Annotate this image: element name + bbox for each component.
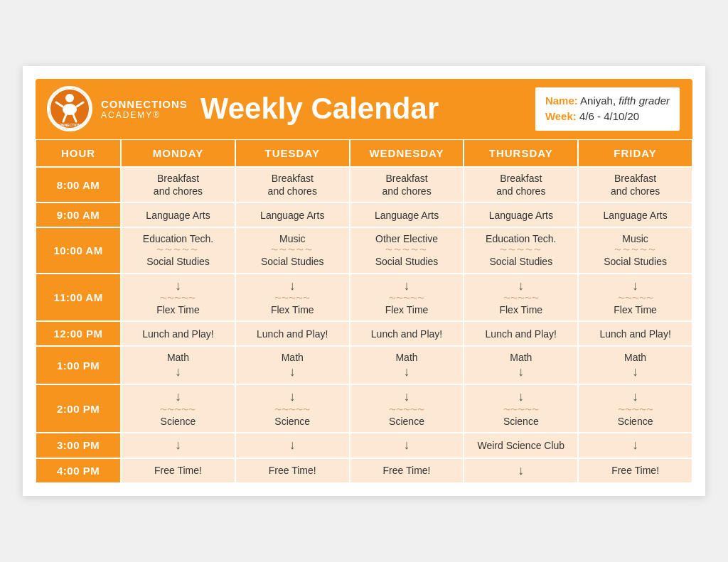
cell-text: Free Time! [383,465,431,476]
cell-text-top: Other Elective [375,233,438,244]
table-row: 1:00 PMMath↓Math↓Math↓Math↓Math↓ [36,346,692,384]
day-cell: Breakfastand chores [121,167,235,202]
hour-cell: 3:00 PM [36,433,121,458]
arrow-icon: ↓ [582,364,689,380]
week-line: Week: 4/6 - 4/10/20 [545,109,670,125]
student-grade: fifth grader [619,94,670,107]
day-cell: Other Elective〜〜〜〜〜Social Studies [350,227,464,273]
hour-cell: 9:00 AM [36,202,121,227]
day-cell: ↓〜〜〜〜〜Flex Time [235,274,350,322]
day-cell: ↓ [464,458,578,484]
arrow-icon: ↓ [353,438,461,453]
day-cell: Free Time! [350,458,464,484]
page-title: Weekly Calendar [200,92,534,126]
cell-text: Lunch and Play! [599,328,670,340]
table-row: 8:00 AMBreakfastand choresBreakfastand c… [36,167,692,202]
wavy-divider: 〜〜〜〜〜 [124,295,232,302]
wavy-divider: 〜〜〜〜〜 [353,406,461,414]
cell-text: Flex Time [271,304,314,315]
day-cell: Language Arts [578,202,692,227]
col-header-tuesday: TUESDAY [235,139,350,167]
day-cell: ↓ [350,433,464,458]
day-cell: Breakfastand chores [578,167,692,202]
cell-text: Language Arts [146,210,210,221]
wavy-divider: 〜〜〜〜〜 [467,406,574,414]
day-cell: Lunch and Play! [121,321,235,346]
table-row: 2:00 PM↓〜〜〜〜〜Science↓〜〜〜〜〜Science↓〜〜〜〜〜S… [36,384,692,433]
name-label: Name: [545,94,578,107]
arrow-icon: ↓ [582,279,689,294]
wavy-divider: 〜〜〜〜〜 [467,295,574,302]
cell-text: Breakfastand chores [268,173,317,197]
day-cell: Lunch and Play! [350,321,464,346]
cell-text: Science [161,416,196,427]
day-cell: ↓〜〜〜〜〜Flex Time [121,274,235,322]
cell-text: Breakfastand chores [611,173,660,197]
cell-text: Science [389,416,424,427]
wavy-divider: 〜〜〜〜〜 [582,406,689,414]
day-cell: Math↓ [350,346,464,384]
svg-point-1 [65,94,74,102]
table-row: 3:00 PM↓↓↓Weird Science Club↓ [36,433,692,458]
day-cell: Breakfastand chores [235,167,350,202]
day-cell: Education Tech.〜〜〜〜〜Social Studies [464,227,578,273]
arrow-icon: ↓ [239,438,346,453]
arrow-icon: ↓ [124,279,232,294]
hour-cell: 10:00 AM [36,227,121,273]
cell-text-top: Education Tech. [143,233,213,244]
wavy-divider: 〜〜〜〜〜 [467,247,574,254]
cell-text: Breakfastand chores [496,173,545,197]
table-row: 12:00 PMLunch and Play!Lunch and Play!Lu… [36,321,692,346]
wavy-divider: 〜〜〜〜〜 [582,247,689,254]
day-cell: Language Arts [235,202,350,227]
col-header-friday: FRIDAY [578,139,692,167]
table-row: 9:00 AMLanguage ArtsLanguage ArtsLanguag… [36,202,692,227]
table-row: 11:00 AM↓〜〜〜〜〜Flex Time↓〜〜〜〜〜Flex Time↓〜… [36,274,692,322]
arrow-icon: ↓ [467,463,574,479]
col-header-thursday: THURSDAY [464,139,578,167]
col-header-hour: HOUR [36,139,121,167]
cell-text: Free Time! [154,465,202,476]
cell-text: Language Arts [260,210,324,221]
student-name: Aniyah, [580,94,619,107]
svg-point-2 [63,104,77,115]
hour-cell: 8:00 AM [36,167,121,202]
arrow-icon: ↓ [239,364,346,380]
cell-text: Math [510,352,532,363]
arrow-icon: ↓ [467,364,574,380]
day-cell: Math↓ [121,346,235,384]
day-cell: Breakfastand chores [350,167,464,202]
table-row: 10:00 AMEducation Tech.〜〜〜〜〜Social Studi… [36,227,692,273]
cell-text: Lunch and Play! [142,328,213,340]
day-cell: Language Arts [464,202,578,227]
cell-text: Breakfastand chores [382,173,431,197]
cell-text: Science [274,416,310,427]
day-cell: Music〜〜〜〜〜Social Studies [235,227,350,273]
cell-text-bottom: Social Studies [489,256,552,267]
day-cell: Free Time! [578,458,692,484]
cell-text: Language Arts [603,210,667,221]
day-cell: ↓〜〜〜〜〜Science [121,384,235,433]
brand-text: CONNECTIONS ACADEMY® [101,98,188,120]
wavy-divider: 〜〜〜〜〜 [353,295,461,302]
cell-text-top: Music [622,233,648,244]
cell-text: Flex Time [499,304,542,315]
day-cell: Math↓ [464,346,578,384]
day-cell: Math↓ [578,346,692,384]
wavy-divider: 〜〜〜〜〜 [239,295,346,302]
day-cell: ↓ [578,433,692,458]
cell-text-top: Music [279,233,306,244]
cell-text-bottom: Social Studies [146,256,210,267]
wavy-divider: 〜〜〜〜〜 [124,247,232,254]
cell-text: Lunch and Play! [257,328,328,340]
day-cell: ↓ [235,433,350,458]
cell-text: Math [282,352,304,363]
day-cell: ↓〜〜〜〜〜Science [235,384,350,433]
arrow-icon: ↓ [353,389,461,405]
cell-text-bottom: Social Studies [375,256,439,267]
arrow-icon: ↓ [467,279,574,294]
cell-text-bottom: Social Studies [604,256,667,267]
table-row: 4:00 PMFree Time!Free Time!Free Time!↓Fr… [36,458,692,484]
wavy-divider: 〜〜〜〜〜 [239,406,346,414]
arrow-icon: ↓ [353,364,461,380]
